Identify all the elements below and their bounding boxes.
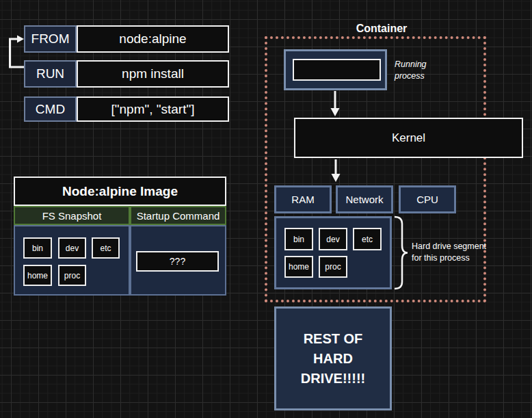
dockerfile-instruction-from: FROM xyxy=(24,25,77,53)
image-table-header-fs-snapshot: FS Snapshot xyxy=(14,206,130,225)
container-fs-folder-proc: proc xyxy=(319,256,347,278)
image-fs-folder-bin: bin xyxy=(23,237,52,259)
loop-arrow-icon xyxy=(10,36,25,68)
dockerfile-instruction-run: RUN xyxy=(24,60,77,88)
container-fs-folder-home: home xyxy=(284,256,313,278)
image-fs-folder-etc: etc xyxy=(92,237,120,259)
image-table-header-startup-command: Startup Command xyxy=(130,206,226,225)
running-process-inner-box xyxy=(293,59,381,81)
startup-command-placeholder: ??? xyxy=(136,251,219,272)
ram-box: RAM xyxy=(274,185,332,213)
image-fs-folder-dev: dev xyxy=(58,237,86,259)
cpu-box: CPU xyxy=(399,185,456,213)
hard-drive-segment-label: Hard drive segment for this process xyxy=(412,241,501,264)
dockerfile-instruction-cmd: CMD xyxy=(24,96,77,122)
image-fs-folder-proc: proc xyxy=(58,265,86,286)
rest-of-hard-drive-box: REST OF HARD DRIVE!!!!! xyxy=(274,306,392,410)
container-fs-folder-dev: dev xyxy=(319,228,347,250)
image-fs-folder-home: home xyxy=(23,265,52,286)
dockerfile-value-cmd: ["npm", "start"] xyxy=(77,96,229,122)
running-process-label: Running process xyxy=(395,59,456,82)
image-table-title: Node:alpine Image xyxy=(14,177,226,206)
kernel-box: Kernel xyxy=(294,118,523,158)
network-box: Network xyxy=(336,185,393,213)
dockerfile-value-from: node:alpine xyxy=(77,25,229,53)
diagram-canvas: FROM node:alpine RUN npm install CMD ["n… xyxy=(0,0,532,418)
container-fs-folder-etc: etc xyxy=(353,228,382,250)
dockerfile-value-run: npm install xyxy=(77,60,229,88)
container-title: Container xyxy=(266,22,497,36)
container-fs-folder-bin: bin xyxy=(284,228,313,250)
